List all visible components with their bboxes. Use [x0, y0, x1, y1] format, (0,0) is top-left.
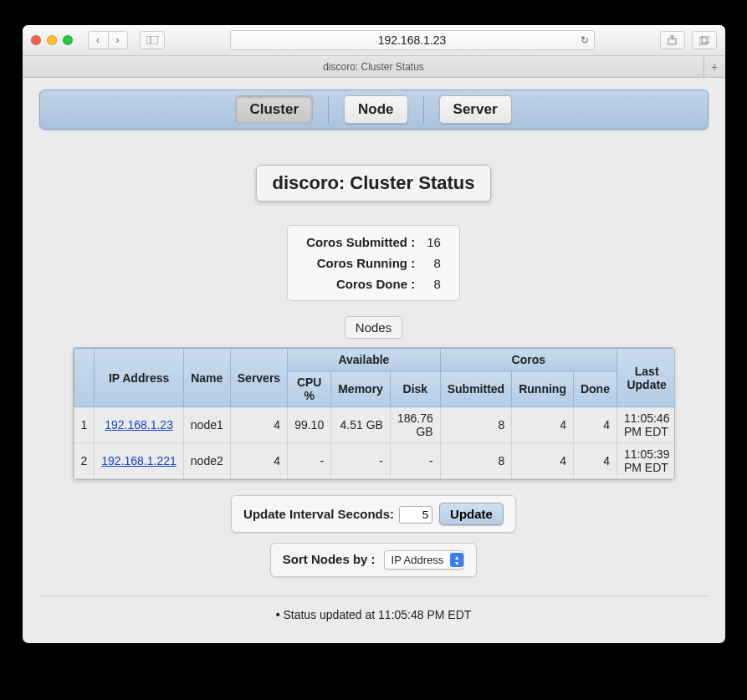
- cell-done: 4: [573, 407, 617, 443]
- cell-name: node2: [183, 443, 230, 479]
- separator: [39, 595, 709, 596]
- cell-cpu: -: [288, 443, 331, 479]
- sort-select[interactable]: IP Address ▲▼: [384, 550, 465, 570]
- url-text: 192.168.1.23: [378, 33, 447, 47]
- cell-name: node1: [183, 407, 230, 443]
- nodes-header-button[interactable]: Nodes: [345, 316, 402, 339]
- reload-icon[interactable]: ↻: [581, 34, 589, 46]
- cell-lastupdate: 11:05:39 PM EDT: [617, 443, 674, 479]
- coros-summary-card: Coros Submitted : 16 Coros Running : 8 C…: [287, 225, 460, 301]
- update-interval-control: Update Interval Seconds: Update: [231, 495, 516, 533]
- cell-index: 2: [74, 443, 95, 479]
- col-servers[interactable]: Servers: [230, 349, 287, 407]
- col-lastupdate[interactable]: Last Update: [617, 349, 674, 407]
- table-row: 1 192.168.1.23 node1 4 99.10 4.51 GB 186…: [74, 407, 675, 443]
- cell-done: 4: [573, 443, 617, 479]
- tab-strip: discoro: Cluster Status +: [23, 56, 725, 78]
- col-cpu[interactable]: CPU %: [288, 371, 331, 407]
- nav-separator: [328, 95, 329, 124]
- cell-running: 4: [512, 407, 574, 443]
- cell-running: 4: [512, 443, 574, 479]
- coros-submitted-value: 16: [422, 232, 446, 252]
- cell-submitted: 8: [440, 443, 511, 479]
- minimize-icon[interactable]: [47, 35, 57, 45]
- svg-rect-0: [146, 36, 158, 44]
- status-log-entry: Status updated at 11:05:48 PM EDT: [39, 608, 709, 621]
- tab-title[interactable]: discoro: Cluster Status: [323, 61, 424, 73]
- nav-separator: [423, 95, 424, 124]
- col-running[interactable]: Running: [512, 371, 574, 407]
- ip-link[interactable]: 192.168.1.221: [101, 454, 177, 468]
- cell-memory: 4.51 GB: [331, 407, 391, 443]
- col-index: [74, 349, 95, 407]
- ip-link[interactable]: 192.168.1.23: [105, 418, 173, 432]
- svg-rect-5: [702, 36, 709, 43]
- nav-history-buttons: ‹ ›: [88, 31, 128, 49]
- address-bar[interactable]: 192.168.1.23 ↻: [230, 30, 595, 50]
- sidebar-toggle-button[interactable]: [140, 31, 165, 49]
- app-navbar: Cluster Node Server: [39, 89, 709, 130]
- table-row: 2 192.168.1.221 node2 4 - - - 8 4 4 11:0…: [74, 443, 675, 479]
- cell-servers: 4: [230, 443, 287, 479]
- sort-selected-value: IP Address: [391, 554, 444, 566]
- traffic-lights: [31, 35, 73, 45]
- col-submitted[interactable]: Submitted: [440, 371, 511, 407]
- col-disk[interactable]: Disk: [390, 371, 440, 407]
- cell-disk: -: [390, 443, 440, 479]
- cell-submitted: 8: [440, 407, 511, 443]
- zoom-icon[interactable]: [63, 35, 73, 45]
- sort-control: Sort Nodes by : IP Address ▲▼: [270, 543, 478, 577]
- col-ip[interactable]: IP Address: [95, 349, 184, 407]
- update-interval-label: Update Interval Seconds:: [243, 507, 394, 521]
- coros-running-label: Coros Running :: [301, 253, 420, 273]
- col-available-group: Available: [288, 349, 441, 371]
- select-arrows-icon: ▲▼: [450, 553, 463, 567]
- col-memory[interactable]: Memory: [331, 371, 391, 407]
- cell-disk: 186.76 GB: [390, 407, 440, 443]
- cell-lastupdate: 11:05:46 PM EDT: [617, 407, 674, 443]
- nav-tab-node[interactable]: Node: [344, 95, 408, 124]
- coros-running-value: 8: [422, 253, 446, 273]
- coros-submitted-label: Coros Submitted :: [301, 232, 420, 252]
- cell-servers: 4: [230, 407, 287, 443]
- sort-label: Sort Nodes by :: [283, 552, 376, 566]
- forward-button[interactable]: ›: [108, 31, 128, 49]
- col-name[interactable]: Name: [183, 349, 230, 407]
- new-tab-button[interactable]: +: [704, 56, 725, 78]
- back-button[interactable]: ‹: [88, 31, 108, 49]
- coros-done-value: 8: [422, 274, 446, 294]
- nav-tab-server[interactable]: Server: [439, 95, 512, 124]
- cell-index: 1: [74, 407, 95, 443]
- close-icon[interactable]: [31, 35, 41, 45]
- tabs-button[interactable]: [692, 31, 717, 49]
- nodes-table: IP Address Name Servers Available Coros …: [73, 347, 675, 480]
- col-done[interactable]: Done: [573, 371, 617, 407]
- svg-rect-4: [699, 38, 707, 44]
- window-titlebar: ‹ › 192.168.1.23 ↻: [23, 25, 725, 56]
- share-button[interactable]: [660, 31, 685, 49]
- coros-done-label: Coros Done :: [301, 274, 420, 294]
- status-log: Status updated at 11:05:48 PM EDT: [39, 608, 709, 621]
- col-coros-group: Coros: [440, 349, 617, 371]
- cell-cpu: 99.10: [288, 407, 331, 443]
- page-title: discoro: Cluster Status: [256, 165, 490, 202]
- cell-memory: -: [331, 443, 391, 479]
- update-button[interactable]: Update: [439, 503, 504, 525]
- update-interval-input[interactable]: [399, 506, 432, 524]
- nav-tab-cluster[interactable]: Cluster: [235, 95, 313, 124]
